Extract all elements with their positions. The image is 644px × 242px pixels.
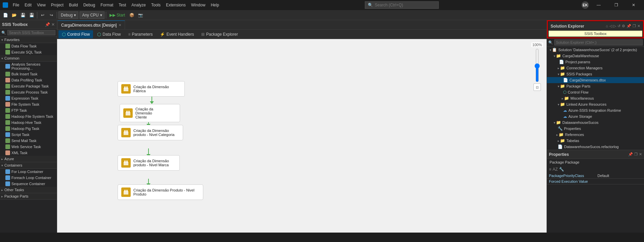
menu-format[interactable]: Format: [98, 1, 116, 9]
toolbox-item-analysis-services[interactable]: Analysis Services Processing...: [0, 62, 57, 71]
back-icon[interactable]: ◁: [609, 24, 612, 28]
collapse-icon[interactable]: ❐: [633, 24, 636, 28]
menu-extensions[interactable]: Extensions: [163, 1, 188, 9]
toolbox-item-sequence[interactable]: Sequence Container: [0, 181, 57, 187]
tree-item-refactorlog[interactable]: 📄 DatawarehouseSucos.refactorlog: [547, 144, 644, 150]
tree-item-ssis-packages[interactable]: ▾ 📁 SSIS Packages: [547, 71, 644, 77]
toolbox-item-for-loop[interactable]: For Loop Container: [0, 169, 57, 175]
menu-analyze[interactable]: Analyze: [129, 1, 148, 9]
tree-item-references[interactable]: ▸ 📁 References: [547, 132, 644, 138]
toolbox-pin-icon[interactable]: 📌: [45, 22, 50, 27]
minimize-button[interactable]: —: [591, 0, 606, 10]
home-icon[interactable]: ⌂: [606, 24, 608, 28]
undo-btn[interactable]: ↩: [39, 11, 47, 19]
expand-icon[interactable]: ▸: [562, 97, 563, 100]
toolbox-item-data-profiling[interactable]: Data Profiling Task: [0, 77, 57, 83]
zoom-slider[interactable]: [534, 48, 540, 82]
toolbox-item-hadoop-hive[interactable]: Hadoop Hive Task: [0, 119, 57, 126]
toolbox-section-azure[interactable]: ▸ Azure: [0, 156, 57, 162]
sub-tab-control-flow[interactable]: ⬡ Control Flow: [58, 30, 93, 38]
maximize-button[interactable]: ❐: [608, 0, 624, 10]
close-button[interactable]: ✕: [626, 0, 641, 10]
toolbox-item-execute-sql-task[interactable]: Execute SQL Task: [0, 49, 57, 55]
menu-tools[interactable]: Tools: [148, 1, 163, 9]
tree-item-solution[interactable]: ▾ 📋 Solution 'DatawarehouseSucos' (2 of …: [547, 47, 644, 53]
expand-icon[interactable]: ▾: [558, 103, 559, 106]
toolbox-item-bulk-insert[interactable]: Bulk Insert Task: [0, 71, 57, 77]
prop-expand-icon[interactable]: ❐: [634, 152, 638, 157]
open-file-btn[interactable]: 📂: [10, 11, 18, 19]
toolbox-search[interactable]: 🔍: [0, 29, 57, 37]
toolbox-item-execute-process[interactable]: Execute Process Task: [0, 89, 57, 95]
menu-file[interactable]: File: [10, 1, 22, 9]
prop-value[interactable]: Default: [596, 173, 644, 179]
flow-node-produto-nivel[interactable]: Criação da Dimensão Produto - Nivel Prod…: [118, 184, 203, 200]
prop-value[interactable]: [596, 179, 644, 184]
menu-edit[interactable]: Edit: [22, 1, 34, 9]
toolbox-item-send-mail[interactable]: Send Mail Task: [0, 138, 57, 144]
menu-test[interactable]: Test: [116, 1, 129, 9]
expand-icon[interactable]: ▾: [558, 84, 559, 88]
tab-close-btn[interactable]: ✕: [119, 23, 121, 27]
toolbox-item-xml[interactable]: XML Task: [0, 150, 57, 156]
settings-icon[interactable]: ⚙: [622, 24, 625, 28]
toolbox-item-web-service[interactable]: Web Service Task: [0, 144, 57, 150]
toolbox-item-expression-task[interactable]: Expression Task: [0, 95, 57, 101]
toolbox-section-other[interactable]: ▸ Other Tasks: [0, 187, 57, 193]
new-file-btn[interactable]: 📄: [1, 11, 9, 19]
tree-item-tabelas[interactable]: ▸ 📁 Tabelas: [547, 138, 644, 144]
menu-view[interactable]: View: [34, 1, 48, 9]
toolbox-search-input[interactable]: [7, 30, 55, 35]
platform-dropdown[interactable]: Any CPU ▾: [80, 11, 104, 19]
toolbox-section-containers[interactable]: ▾ Containers: [0, 162, 57, 169]
menu-debug[interactable]: Debug: [81, 1, 98, 9]
expand-icon[interactable]: ▸: [558, 139, 559, 143]
expand-icon[interactable]: ▸: [556, 133, 558, 137]
redo-btn[interactable]: ↪: [47, 11, 55, 19]
toolbox-item-ftp[interactable]: FTP Task: [0, 107, 57, 113]
expand-icon[interactable]: ▾: [550, 48, 551, 52]
toolbox-item-execute-package[interactable]: Execute Package Task: [0, 83, 57, 89]
zoom-fit-button[interactable]: ⊡: [533, 83, 541, 91]
toolbox-item-hadoop-fs[interactable]: Hadoop File System Task: [0, 113, 57, 119]
tree-item-cargadatawarehouse[interactable]: ▾ 📁 CargaDataWarehouse: [547, 53, 644, 59]
toolbox-close-icon[interactable]: ✕: [51, 22, 55, 27]
sub-tab-parameters[interactable]: ≡ Parameters: [125, 31, 156, 38]
tree-item-azure-storage[interactable]: ☁ Azure Storage: [547, 113, 644, 119]
solution-search[interactable]: 🔍: [547, 38, 644, 47]
prop-cat-icon[interactable]: ≡: [549, 167, 551, 172]
toolbox-item-script-task[interactable]: Script Task: [0, 132, 57, 138]
toolbox-item-foreach-loop[interactable]: Foreach Loop Container: [0, 175, 57, 181]
prop-pin-icon[interactable]: 📌: [628, 152, 633, 157]
tab-cargadimensoes[interactable]: CargaDimensoes.dtsx [Design] ✕: [57, 21, 125, 29]
flow-node-produto-marca[interactable]: Criação da Dimensão produto - Nivel Marc…: [118, 155, 180, 171]
publish-btn[interactable]: 📦: [128, 11, 136, 19]
tree-item-miscellaneous[interactable]: ▸ 📁 Miscellaneous: [547, 95, 644, 101]
flow-node-fabrica[interactable]: Criação da Dimensão Fábrica: [118, 81, 185, 97]
refresh-icon[interactable]: ↺: [617, 24, 620, 28]
toolbox-item-hadoop-pig[interactable]: Hadoop Pig Task: [0, 126, 57, 132]
sub-tab-package-explorer[interactable]: ⊞ Package Explorer: [198, 31, 241, 38]
prop-az-icon[interactable]: AZ: [553, 167, 558, 172]
tree-item-azure-ssis[interactable]: ☁ Azure-SSIS Integration Runtime: [547, 107, 644, 113]
tree-item-datawarehouse-sucos[interactable]: ▾ 📁 DatawarehouseSucos: [547, 119, 644, 126]
pin-icon[interactable]: 📌: [627, 24, 631, 28]
menu-window[interactable]: Window: [188, 1, 208, 9]
tree-item-properties[interactable]: 🔧 Properties: [547, 126, 644, 132]
expand-icon[interactable]: ▾: [558, 72, 559, 76]
toolbox-section-favorites[interactable]: ▾ Favorites: [0, 37, 57, 43]
menu-help[interactable]: Help: [208, 1, 222, 9]
tree-item-linked-azure[interactable]: ▾ 📁 Linked Azure Resources: [547, 101, 644, 107]
save-btn[interactable]: 💾: [19, 11, 27, 19]
menu-build[interactable]: Build: [66, 1, 81, 9]
sub-tab-data-flow[interactable]: ⬡ Data Flow: [94, 30, 124, 38]
prop-close-icon[interactable]: ✕: [639, 152, 642, 157]
menu-project[interactable]: Project: [48, 1, 66, 9]
tree-item-project-params[interactable]: 📄 Project.params: [547, 59, 644, 65]
tree-item-package-parts[interactable]: ▾ 📁 Package Parts: [547, 83, 644, 89]
expand-icon[interactable]: ▸: [558, 66, 559, 70]
toolbox-section-common[interactable]: ▾ Common: [0, 55, 57, 62]
close-icon[interactable]: ✕: [637, 24, 640, 28]
tree-item-control-flow[interactable]: ⬡ Control Flow: [547, 89, 644, 95]
prop-filter-icon[interactable]: 🔧: [559, 167, 564, 172]
